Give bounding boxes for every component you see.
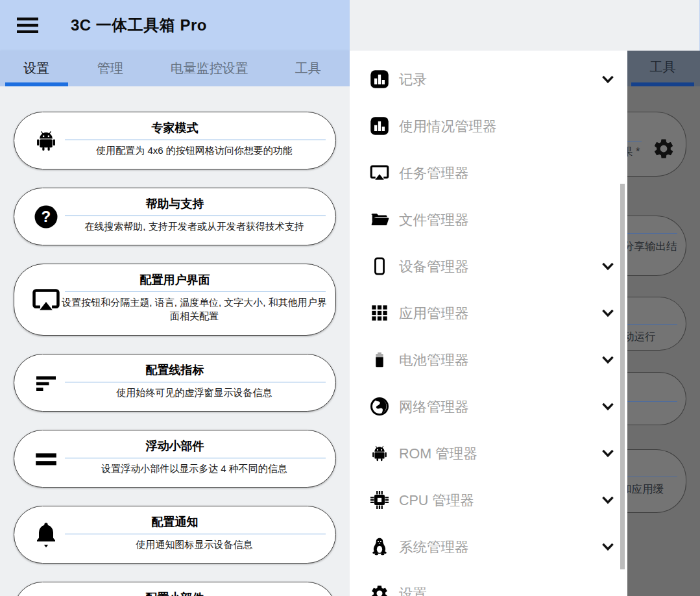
card-expert-mode[interactable]: 专家模式 使用配置为 4x6 的按钮网格访问你想要的功能 xyxy=(14,112,336,169)
left-header: 3C 一体工具箱 Pro xyxy=(0,0,350,51)
bell-icon xyxy=(31,521,61,549)
cast-screen-icon xyxy=(370,163,389,182)
left-settings-list: 专家模式 使用配置为 4x6 的按钮网格访问你想要的功能 ? 帮助与支持 在线搜… xyxy=(0,86,350,596)
hamburger-icon xyxy=(17,16,38,34)
cpu-icon xyxy=(370,490,389,510)
chevron-down-icon[interactable] xyxy=(599,304,616,321)
menu-item-records[interactable]: 记录 xyxy=(350,56,627,103)
chevron-down-icon[interactable] xyxy=(599,351,616,368)
chevron-down-icon[interactable] xyxy=(599,538,616,555)
chevron-down-icon[interactable] xyxy=(599,491,616,508)
menu-item-app-manager[interactable]: 应用管理器 xyxy=(350,290,627,336)
card-description: 使用通知图标显示设备信息 xyxy=(61,538,328,551)
divider xyxy=(65,534,326,534)
menu-item-battery-manager[interactable]: 电池管理器 xyxy=(350,336,627,383)
battery-icon xyxy=(370,350,389,369)
android-icon xyxy=(370,443,389,463)
divider xyxy=(65,458,326,458)
chevron-down-icon[interactable] xyxy=(599,71,616,88)
folder-open-icon xyxy=(370,210,389,229)
menu-item-label: 使用情况管理器 xyxy=(399,117,497,136)
menu-item-system-manager[interactable]: 系统管理器 xyxy=(350,523,627,570)
menu-item-label: 电池管理器 xyxy=(399,351,469,369)
divider xyxy=(65,140,326,140)
chevron-down-icon[interactable] xyxy=(599,398,616,415)
card-title: 配置线指标 xyxy=(14,362,335,379)
card-title: 浮动小部件 xyxy=(14,438,335,454)
card-description: 使用始终可见的虚浮窗显示设备信息 xyxy=(61,386,328,399)
divider xyxy=(65,216,326,216)
menu-item-label: 设置 xyxy=(399,584,427,596)
card-title: 配置小部件 xyxy=(14,590,335,596)
menu-item-label: 任务管理器 xyxy=(399,164,469,182)
menu-item-cpu-manager[interactable]: CPU 管理器 xyxy=(350,477,627,523)
tab-settings[interactable]: 设置 xyxy=(5,51,68,86)
menu-item-label: 设备管理器 xyxy=(399,257,469,276)
menu-item-settings[interactable]: 设置 xyxy=(350,570,627,596)
card-configure-ui[interactable]: 配置用户界面 设置按钮和分隔主题, 语言, 温度单位, 文字大小, 和其他用户界… xyxy=(14,264,336,336)
menu-item-label: 系统管理器 xyxy=(399,538,469,556)
penguin-icon xyxy=(370,537,389,556)
menu-item-device-manager[interactable]: 设备管理器 xyxy=(350,243,627,290)
divider xyxy=(65,382,326,382)
card-configure-notifications[interactable]: 配置通知 使用通知图标显示设备信息 xyxy=(14,506,336,564)
menu-item-label: CPU 管理器 xyxy=(399,491,474,510)
card-description: 使用配置为 4x6 的按钮网格访问你想要的功能 xyxy=(61,143,328,157)
card-configure-widgets[interactable]: 配置小部件 xyxy=(14,582,336,596)
bar-chart-icon xyxy=(370,69,389,89)
left-app-title: 3C 一体工具箱 Pro xyxy=(71,15,207,36)
dim-fragment-text: 动运行 xyxy=(623,330,656,344)
divider xyxy=(65,292,326,292)
dropdown-menu: 记录 使用情况管理器 xyxy=(350,51,627,596)
card-title: 专家模式 xyxy=(14,119,335,136)
android-icon xyxy=(31,128,61,154)
menu-scrollbar[interactable] xyxy=(620,184,625,569)
card-title: 配置通知 xyxy=(14,514,335,530)
smartphone-icon xyxy=(370,256,389,276)
left-pane: 3C 一体工具箱 Pro 设置 管理 电量监控设置 工具 xyxy=(0,0,350,596)
card-title: 配置用户界面 xyxy=(14,271,335,288)
cast-screen-icon xyxy=(31,288,61,312)
right-pane: 3C 一体工具箱 Pro 工具 果 * xyxy=(350,0,700,596)
menu-item-file-manager[interactable]: 文件管理器 xyxy=(350,196,627,243)
gear-icon xyxy=(652,137,675,160)
menu-item-label: 文件管理器 xyxy=(399,210,469,229)
menu-item-network-manager[interactable]: 网络管理器 xyxy=(350,383,627,430)
chevron-down-icon[interactable] xyxy=(599,258,616,275)
card-description: 设置浮动小部件以显示多达 4 种不同的信息 xyxy=(61,462,328,475)
tab-tools[interactable]: 工具 xyxy=(267,51,350,86)
menu-item-label: ROM 管理器 xyxy=(399,444,477,463)
menu-item-rom-manager[interactable]: ROM 管理器 xyxy=(350,430,627,477)
menu-item-label: 记录 xyxy=(399,70,427,89)
menu-item-task-manager[interactable]: 任务管理器 xyxy=(350,149,627,196)
help-icon: ? xyxy=(31,204,61,230)
card-description: 设置按钮和分隔主题, 语言, 温度单位, 文字大小, 和其他用户界面相关配置 xyxy=(61,295,328,323)
tab-manage[interactable]: 管理 xyxy=(68,51,152,86)
card-floating-widgets[interactable]: 浮动小部件 设置浮动小部件以显示多达 4 种不同的信息 xyxy=(14,430,336,488)
line-indicator-icon xyxy=(31,371,61,395)
menu-item-usage-manager[interactable]: 使用情况管理器 xyxy=(350,103,627,149)
card-line-indicators[interactable]: 配置线指标 使用始终可见的虚浮窗显示设备信息 xyxy=(14,354,336,412)
floating-bars-icon xyxy=(31,449,61,469)
hamburger-menu-button[interactable] xyxy=(16,14,38,36)
svg-text:?: ? xyxy=(42,208,51,225)
card-help-support[interactable]: ? 帮助与支持 在线搜索帮助, 支持开发者或从开发者获得技术支持 xyxy=(14,188,336,245)
right-body: 工具 果 * 分享输出结 xyxy=(350,51,700,596)
menu-item-label: 应用管理器 xyxy=(399,304,469,323)
chevron-down-icon[interactable] xyxy=(599,445,616,462)
dim-fragment-text: 分享输出结 xyxy=(623,240,677,254)
bar-chart-icon xyxy=(370,116,389,136)
gear-icon xyxy=(370,584,389,596)
globe-icon xyxy=(370,397,389,416)
dim-tab-underline xyxy=(631,82,694,86)
left-tab-bar: 设置 管理 电量监控设置 工具 xyxy=(0,51,350,86)
menu-item-label: 网络管理器 xyxy=(399,397,469,416)
dim-tab-tools: 工具 xyxy=(631,51,694,83)
card-description: 在线搜索帮助, 支持开发者或从开发者获得技术支持 xyxy=(61,219,328,233)
tab-battery-monitor[interactable]: 电量监控设置 xyxy=(152,51,267,86)
apps-grid-icon xyxy=(370,303,389,323)
app-screen: 3C 一体工具箱 Pro 设置 管理 电量监控设置 工具 xyxy=(0,0,700,596)
card-title: 帮助与支持 xyxy=(14,195,335,212)
